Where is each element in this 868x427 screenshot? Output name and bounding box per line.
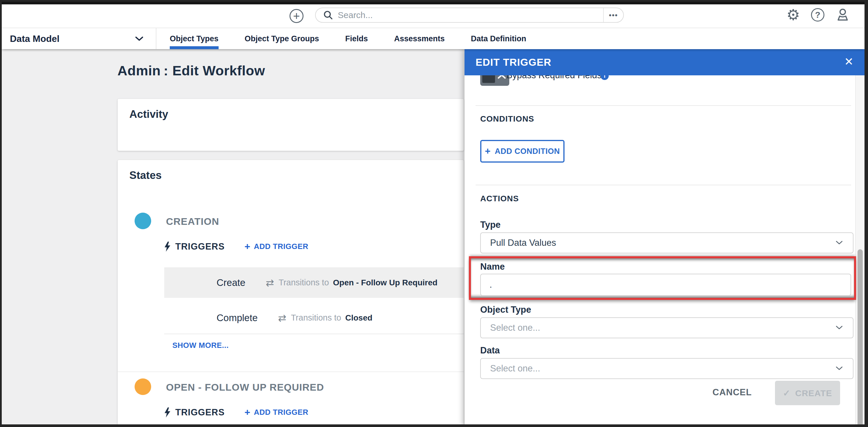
system-icons: ⚙︎ ? bbox=[786, 7, 850, 22]
lightning-bolt-icon bbox=[164, 407, 171, 418]
name-input[interactable] bbox=[480, 274, 851, 296]
chevron-down-icon bbox=[835, 240, 843, 245]
object-type-select[interactable]: Select one... bbox=[480, 317, 854, 338]
activity-card: Activity bbox=[118, 98, 464, 151]
close-icon[interactable]: ✕ bbox=[844, 56, 854, 67]
type-select-value: Pull Data Values bbox=[490, 238, 556, 248]
lightning-bolt-icon bbox=[164, 241, 171, 252]
panel-scrollbar-track[interactable] bbox=[855, 75, 865, 426]
section-divider bbox=[118, 371, 464, 372]
chevron-down-icon bbox=[835, 366, 843, 371]
create-button-label: CREATE bbox=[795, 388, 832, 398]
panel-divider bbox=[475, 185, 851, 185]
add-trigger-label: ADD TRIGGER bbox=[254, 408, 308, 417]
type-field-label: Type bbox=[480, 220, 501, 230]
tab-assessments[interactable]: Assessments bbox=[394, 28, 445, 49]
states-card-title: States bbox=[129, 169, 464, 181]
transfer-icon: ⇄ bbox=[278, 312, 286, 324]
check-icon: ✓ bbox=[783, 388, 790, 398]
edit-trigger-panel-header: EDIT TRIGGER ✕ bbox=[465, 49, 865, 75]
chevron-down-icon bbox=[135, 36, 144, 41]
panel-scrollbar-thumb[interactable] bbox=[858, 249, 863, 427]
app-window: + ••• ⚙︎ ? Data Model Obje bbox=[0, 0, 868, 427]
page-title-separator: : bbox=[164, 63, 168, 78]
transitions-to-label: Transitions to bbox=[279, 278, 329, 287]
show-more-link[interactable]: SHOW MORE... bbox=[173, 341, 229, 350]
chevron-down-icon bbox=[835, 325, 843, 330]
object-type-select-placeholder: Select one... bbox=[490, 322, 540, 333]
window-top-strip bbox=[2, 2, 865, 4]
state-name-creation: CREATION bbox=[166, 216, 219, 227]
add-trigger-label: ADD TRIGGER bbox=[254, 242, 308, 251]
page-title-text: Edit Workflow bbox=[173, 63, 265, 78]
triggers-header-open-follow-up: TRIGGERS + ADD TRIGGER bbox=[164, 407, 308, 418]
data-select-placeholder: Select one... bbox=[490, 363, 540, 374]
settings-gear-icon[interactable]: ⚙︎ bbox=[786, 7, 800, 22]
plus-icon: + bbox=[245, 407, 250, 418]
conditions-heading: CONDITIONS bbox=[480, 114, 534, 124]
tab-data-definition[interactable]: Data Definition bbox=[471, 28, 526, 49]
states-card: States CREATION TRIGGERS + ADD TRIGGER C… bbox=[118, 160, 464, 427]
trigger-row-create[interactable]: Create ⇄ Transitions to Open - Follow Up… bbox=[164, 267, 464, 298]
data-select[interactable]: Select one... bbox=[480, 358, 854, 379]
quick-add-button[interactable]: + bbox=[289, 9, 304, 23]
type-select[interactable]: Pull Data Values bbox=[480, 232, 854, 253]
cancel-button[interactable]: CANCEL bbox=[712, 387, 752, 398]
page-title: Admin:Edit Workflow bbox=[118, 62, 265, 79]
tab-object-types[interactable]: Object Types bbox=[170, 28, 219, 49]
transition-target: Closed bbox=[345, 313, 372, 322]
topbar: + ••• ⚙︎ ? bbox=[2, 4, 865, 28]
add-condition-button[interactable]: + ADD CONDITION bbox=[480, 140, 564, 163]
name-field-label: Name bbox=[480, 261, 505, 272]
state-dot-open-follow-up bbox=[134, 378, 151, 395]
create-button[interactable]: ✓CREATE bbox=[775, 381, 840, 405]
trigger-name: Complete bbox=[217, 312, 257, 323]
row-divider bbox=[164, 334, 464, 334]
transition-target: Open - Follow Up Required bbox=[333, 278, 437, 287]
add-trigger-button-open-follow-up[interactable]: + ADD TRIGGER bbox=[245, 407, 308, 418]
triggers-header-creation: TRIGGERS + ADD TRIGGER bbox=[164, 241, 308, 252]
tab-fields[interactable]: Fields bbox=[345, 28, 368, 49]
add-trigger-button-creation[interactable]: + ADD TRIGGER bbox=[245, 241, 308, 252]
search-input[interactable] bbox=[338, 10, 603, 20]
edit-trigger-panel-body: Bypass Required Fields: i CONDITIONS + A… bbox=[465, 49, 865, 426]
object-type-field-label: Object Type bbox=[480, 305, 531, 315]
edit-trigger-title: EDIT TRIGGER bbox=[475, 56, 552, 68]
search-icon bbox=[323, 10, 333, 20]
actions-heading: ACTIONS bbox=[480, 194, 519, 203]
panel-divider bbox=[475, 105, 851, 106]
page-title-prefix: Admin bbox=[118, 63, 161, 78]
search-bar[interactable]: ••• bbox=[315, 7, 624, 23]
add-condition-label: ADD CONDITION bbox=[495, 147, 560, 156]
module-dropdown-label: Data Model bbox=[10, 33, 60, 44]
trigger-row-complete[interactable]: Complete ⇄ Transitions to Closed bbox=[164, 303, 464, 333]
transfer-icon: ⇄ bbox=[266, 277, 274, 288]
triggers-label: TRIGGERS bbox=[175, 407, 225, 418]
plus-icon: + bbox=[245, 241, 250, 252]
transitions-to-label: Transitions to bbox=[291, 313, 341, 322]
state-name-open-follow-up: OPEN - FOLLOW UP REQUIRED bbox=[166, 381, 324, 393]
navbar: Data Model Object Types Object Type Grou… bbox=[2, 28, 865, 49]
search-options-button[interactable]: ••• bbox=[603, 8, 623, 22]
trigger-name: Create bbox=[217, 277, 245, 288]
activity-card-title: Activity bbox=[129, 108, 464, 120]
data-field-label: Data bbox=[480, 345, 500, 356]
state-dot-creation bbox=[134, 212, 151, 229]
module-dropdown[interactable]: Data Model bbox=[10, 28, 156, 49]
plus-icon: + bbox=[485, 146, 491, 157]
help-icon[interactable]: ? bbox=[811, 8, 825, 22]
tab-object-type-groups[interactable]: Object Type Groups bbox=[245, 28, 319, 49]
user-profile-icon[interactable] bbox=[835, 7, 850, 22]
nav-divider bbox=[156, 28, 156, 49]
triggers-label: TRIGGERS bbox=[175, 241, 225, 252]
nav-tabs: Object Types Object Type Groups Fields A… bbox=[170, 28, 552, 49]
edit-trigger-panel: Bypass Required Fields: i CONDITIONS + A… bbox=[465, 49, 865, 426]
